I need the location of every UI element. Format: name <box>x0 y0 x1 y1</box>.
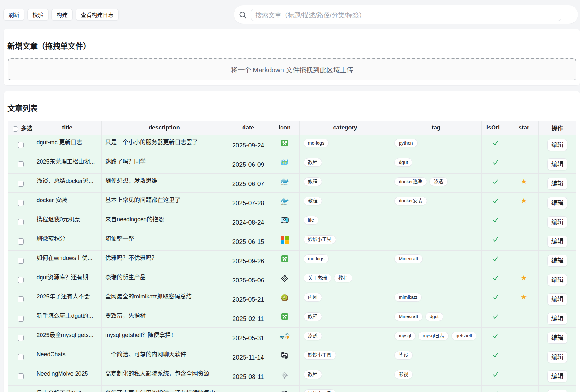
svg-text:docker: docker <box>281 184 287 185</box>
svg-text:docker: docker <box>281 203 287 205</box>
svg-text:SQL: SQL <box>283 335 290 339</box>
